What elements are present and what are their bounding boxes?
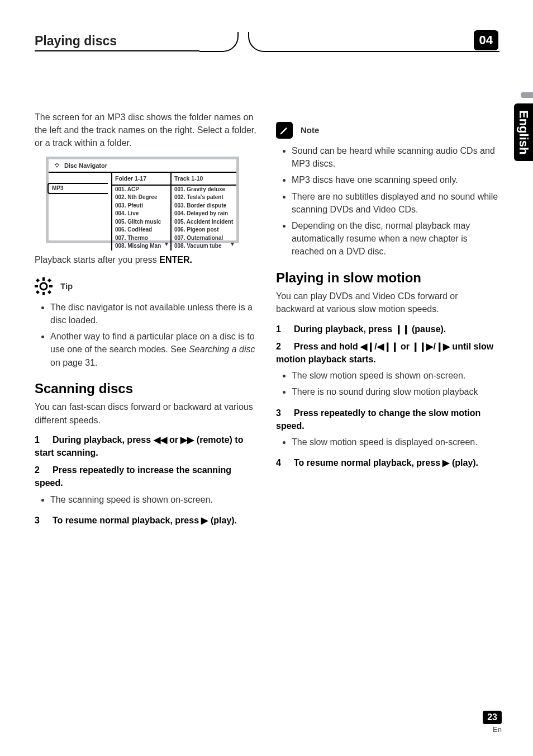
step-num: 3 bbox=[276, 407, 294, 419]
note-item: Depending on the disc, normal playback m… bbox=[292, 219, 498, 258]
scanning-intro: You can fast-scan discs forward or backw… bbox=[35, 400, 257, 426]
pencil-icon bbox=[276, 122, 293, 139]
after-nav-text: Playback starts after you press ENTER. bbox=[35, 253, 257, 266]
nav-folder-item: 001. ACP bbox=[112, 186, 170, 194]
scan2-text: Press repeatedly to increase the scannin… bbox=[35, 465, 231, 488]
note-item: Sound can be heard while scanning audio … bbox=[292, 144, 498, 170]
scan3-b: (play). bbox=[208, 516, 237, 525]
right-column: Note Sound can be heard while scanning a… bbox=[276, 111, 498, 530]
svg-rect-9 bbox=[47, 290, 51, 294]
play-icon: ▶ bbox=[201, 516, 208, 525]
disc-navigator-figure: Disc Navigator MP3 Folder 1-17 001. ACP … bbox=[46, 157, 239, 243]
slow2-bullet: There is no sound during slow motion pla… bbox=[292, 385, 498, 398]
nav-folder-item: 005. Glitch music bbox=[112, 218, 170, 226]
step-num: 3 bbox=[35, 514, 53, 527]
nav-track-item: 006. Pigeon post bbox=[172, 226, 236, 234]
page-lang: En bbox=[483, 725, 502, 734]
step-num: 2 bbox=[35, 464, 53, 476]
scan1-a: During playback, press bbox=[53, 435, 154, 445]
nav-folder-header: Folder 1-17 bbox=[112, 173, 170, 186]
nav-track-header: Track 1-10 bbox=[172, 173, 236, 186]
slow2-a: Press and hold bbox=[294, 342, 360, 351]
after-nav-a: Playback starts after you press bbox=[35, 255, 159, 264]
nav-folder-item: 003. Pfeuti bbox=[112, 202, 170, 210]
left-column: The screen for an MP3 disc shows the fol… bbox=[35, 111, 257, 530]
chapter-badge: 04 bbox=[474, 30, 498, 50]
nav-track-item: 001. Gravity deluxe bbox=[172, 186, 236, 194]
svg-rect-5 bbox=[49, 285, 53, 287]
header-curve-right bbox=[248, 32, 499, 52]
step-num: 1 bbox=[276, 323, 294, 336]
slow-step-1: 1During playback, press ❙❙ (pause). bbox=[276, 323, 498, 336]
nav-mp3-tab: MP3 bbox=[47, 183, 108, 195]
nav-track-item: 005. Accident incident bbox=[172, 218, 236, 226]
scan-step-3: 3To resume normal playback, press ▶ (pla… bbox=[35, 514, 257, 527]
nav-title: Disc Navigator bbox=[64, 162, 107, 171]
language-tab: English bbox=[514, 103, 533, 161]
step-num: 1 bbox=[35, 433, 53, 446]
note-list: Sound can be heard while scanning audio … bbox=[276, 144, 498, 258]
step-num: 4 bbox=[276, 456, 294, 469]
scan-step-1: 1During playback, press ◀◀ or ▶▶ (remote… bbox=[35, 433, 257, 459]
intro-text: The screen for an MP3 disc shows the fol… bbox=[35, 111, 257, 150]
slowmotion-heading: Playing in slow motion bbox=[276, 268, 498, 288]
scan3-a: To resume normal playback, press bbox=[53, 516, 201, 525]
slow-step-2: 2Press and hold ◀❙/◀❙❙ or ❙❙▶/❙▶ until s… bbox=[276, 340, 498, 366]
nav-track-item: 004. Delayed by rain bbox=[172, 210, 236, 218]
slow-step-icon: ◀❙/◀❙❙ or ❙❙▶/❙▶ bbox=[360, 342, 450, 351]
down-arrow-icon: ▾ bbox=[231, 239, 234, 249]
nav-track-item: 007. Outernational bbox=[172, 234, 236, 243]
svg-point-0 bbox=[56, 166, 58, 167]
note-item: There are no subtitles displayed and no … bbox=[292, 190, 498, 216]
play-icon: ▶ bbox=[442, 458, 449, 467]
svg-rect-8 bbox=[36, 290, 40, 294]
slow2-bullet: The slow motion speed is shown on-screen… bbox=[292, 369, 498, 382]
note-label: Note bbox=[301, 124, 319, 136]
scan2-bullet: The scanning speed is shown on-screen. bbox=[50, 493, 257, 506]
slow-step-3: 3Press repeatedly to change the slow mot… bbox=[276, 407, 498, 432]
svg-rect-3 bbox=[42, 292, 45, 295]
slowmotion-intro: You can play DVDs and Video CDs forward … bbox=[276, 290, 498, 315]
tip-item: Another way to find a particular place o… bbox=[50, 330, 257, 369]
nav-folder-item: 006. CodHead bbox=[112, 226, 170, 234]
nav-folder-item: 004. Live bbox=[112, 210, 170, 218]
svg-point-1 bbox=[40, 283, 47, 290]
scan-step-2: 2Press repeatedly to increase the scanni… bbox=[35, 464, 257, 489]
nav-track-item: 002. Tesla's patent bbox=[172, 193, 236, 202]
slow4-a: To resume normal playback, press bbox=[294, 458, 442, 467]
down-arrow-icon: ▾ bbox=[165, 239, 168, 249]
page-number: 23 bbox=[483, 711, 502, 724]
scanning-heading: Scanning discs bbox=[35, 379, 257, 399]
note-item: MP3 discs have one scanning speed only. bbox=[292, 173, 498, 186]
svg-rect-6 bbox=[36, 278, 40, 282]
page-header: Playing discs 04 bbox=[35, 34, 498, 55]
svg-rect-4 bbox=[35, 285, 38, 287]
tip2-em: Searching a disc bbox=[189, 344, 255, 354]
side-tab-accent bbox=[521, 92, 533, 98]
slow3-text: Press repeatedly to change the slow moti… bbox=[276, 408, 480, 431]
slow1-b: (pause). bbox=[410, 324, 446, 334]
gear-icon bbox=[35, 277, 53, 295]
page-footer: 23 En bbox=[483, 711, 502, 734]
header-curve-left bbox=[199, 32, 239, 52]
tip-item: The disc navigator is not available unle… bbox=[50, 301, 257, 327]
rewind-forward-icon: ◀◀ or ▶▶ bbox=[154, 435, 194, 445]
nav-folder-item: 008. Missing Man bbox=[112, 242, 170, 251]
nav-folder-item: 002. Nth Degree bbox=[112, 193, 170, 202]
slow4-b: (play). bbox=[449, 458, 478, 467]
slow1-a: During playback, press bbox=[294, 324, 395, 334]
enter-label: ENTER. bbox=[159, 255, 192, 264]
nav-track-item: 008. Vacuum tube bbox=[172, 242, 236, 251]
tip2-suffix: on page 31. bbox=[50, 358, 98, 367]
nav-folder-item: 007. Thermo bbox=[112, 234, 170, 243]
header-rule-left bbox=[35, 50, 199, 51]
svg-rect-2 bbox=[42, 277, 45, 281]
pause-icon: ❙❙ bbox=[395, 324, 410, 334]
slow3-bullet: The slow motion speed is displayed on-sc… bbox=[292, 436, 498, 448]
nav-track-item: 003. Border dispute bbox=[172, 202, 236, 210]
tip-list: The disc navigator is not available unle… bbox=[35, 301, 257, 369]
svg-rect-7 bbox=[47, 278, 51, 282]
tip-label: Tip bbox=[60, 280, 73, 292]
header-title: Playing discs bbox=[35, 34, 167, 49]
step-num: 2 bbox=[276, 340, 294, 353]
